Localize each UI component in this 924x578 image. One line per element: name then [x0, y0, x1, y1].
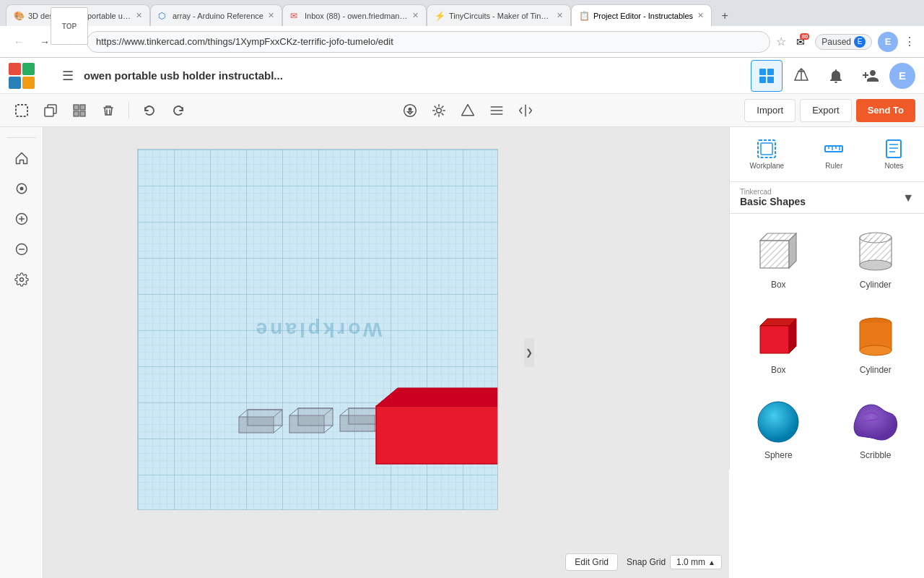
tab-favicon-2: ⬡: [158, 11, 168, 21]
notifications-button[interactable]: [820, 60, 852, 92]
edit-grid-button[interactable]: Edit Grid: [565, 553, 618, 571]
tab-title-4: TinyCircuits - Maker of Tiny,...: [449, 12, 552, 20]
logo-grid: [9, 63, 35, 89]
shape-tool-button[interactable]: [455, 98, 481, 124]
svg-rect-8: [80, 105, 85, 110]
right-panel-tools: Workplane Ruler: [730, 127, 924, 182]
zoom-in-icon: [14, 212, 29, 226]
svg-point-78: [860, 260, 892, 270]
snap-grid-area: Snap Grid 1.0 mm ▲: [627, 555, 722, 569]
new-tab-button[interactable]: +: [715, 6, 735, 26]
zoom-out-tool[interactable]: [9, 236, 35, 262]
profile-button[interactable]: E: [889, 63, 915, 89]
address-input[interactable]: [87, 31, 770, 53]
shape-label-box-gray: Box: [771, 280, 786, 290]
tab-favicon-3: ✉: [290, 11, 300, 21]
tab-3[interactable]: ✉ Inbox (88) - owen.friedman@... ✕: [282, 4, 427, 26]
comment-icon: [403, 103, 417, 118]
panel-collapse-button[interactable]: ❯: [524, 338, 534, 367]
canvas-area[interactable]: Workplane: [43, 127, 729, 578]
tab-2[interactable]: ⬡ array - Arduino Reference ✕: [150, 4, 282, 26]
box-red-svg: [749, 311, 807, 362]
group-tool-button[interactable]: [66, 98, 92, 124]
ext-icon-1[interactable]: ✉ 80: [792, 33, 809, 51]
extension-area: ✉ 80: [792, 33, 809, 51]
profile-avatar[interactable]: E: [878, 32, 898, 52]
home-view-tool[interactable]: [9, 145, 35, 171]
perspective-view-icon: [793, 67, 810, 85]
tab-4[interactable]: ⚡ TinyCircuits - Maker of Tiny,... ✕: [427, 4, 571, 26]
tab-close-5[interactable]: ✕: [697, 11, 704, 20]
svg-rect-7: [74, 105, 79, 110]
logo-cell-y: [22, 77, 35, 89]
shapes-dropdown[interactable]: Tinkercad Basic Shapes ▼: [730, 182, 924, 214]
zoom-out-icon: [14, 242, 29, 256]
hamburger-menu[interactable]: ☰: [62, 68, 74, 84]
light-tool-button[interactable]: [426, 98, 452, 124]
comment-tool-button[interactable]: [397, 98, 423, 124]
align-tool-button[interactable]: [484, 98, 510, 124]
send-to-button[interactable]: Send To: [856, 99, 915, 122]
home-icon: [14, 151, 29, 165]
tab-favicon-5: 📋: [579, 11, 589, 21]
notes-tool-button[interactable]: Notes: [876, 134, 911, 174]
tab-close-1[interactable]: ✕: [136, 11, 142, 20]
grid-lines-svg: [138, 150, 497, 509]
select-icon: [15, 104, 28, 117]
svg-marker-21: [462, 104, 474, 115]
ruler-icon: [824, 139, 844, 159]
svg-point-11: [409, 107, 412, 111]
fit-view-tool[interactable]: [9, 176, 35, 202]
shape-scribble[interactable]: Scribble: [827, 384, 925, 470]
tab-5[interactable]: 📋 Project Editor - Instructables ✕: [571, 4, 712, 26]
shape-cylinder-orange[interactable]: Cylinder: [827, 299, 925, 384]
logo-cell-r: [9, 63, 21, 75]
shape-label-cylinder-gray: Cylinder: [860, 280, 892, 290]
svg-line-19: [442, 106, 443, 108]
shape-box-red[interactable]: Box: [730, 299, 827, 384]
main-area: TOP: [0, 127, 924, 578]
shape-visual-box-gray: [749, 226, 807, 277]
browser-chrome: 🎨 3D design owen portable usb... ✕ ⬡ arr…: [0, 0, 924, 58]
back-button[interactable]: ←: [9, 32, 29, 52]
delete-tool-button[interactable]: [95, 98, 121, 124]
copy-tool-button[interactable]: [38, 98, 64, 124]
chrome-menu-button[interactable]: ⋮: [904, 35, 915, 48]
snap-chevron-icon: ▲: [708, 558, 715, 566]
select-tool-button[interactable]: [9, 98, 35, 124]
tinkercad-logo[interactable]: [9, 63, 52, 89]
perspective-view-button[interactable]: [785, 60, 817, 92]
undo-button[interactable]: [136, 98, 162, 124]
svg-point-86: [860, 345, 892, 355]
import-button[interactable]: Import: [744, 99, 796, 122]
snap-value-text: 1.0 mm: [676, 557, 705, 567]
shape-sphere-blue[interactable]: Sphere: [730, 384, 827, 470]
shape-box-gray[interactable]: Box: [730, 214, 827, 299]
canvas-bottom: Edit Grid Snap Grid 1.0 mm ▲: [565, 553, 722, 571]
tab-close-4[interactable]: ✕: [557, 11, 563, 20]
tab-close-2[interactable]: ✕: [268, 11, 274, 20]
workplane-tool-button[interactable]: Workplane: [743, 134, 792, 174]
mirror-tool-button[interactable]: [513, 98, 539, 124]
paused-button[interactable]: Paused E: [815, 34, 872, 50]
grid-view-button[interactable]: [751, 60, 783, 92]
toolbar-right: Import Export Send To: [744, 99, 915, 122]
shape-cylinder-gray[interactable]: Cylinder: [827, 214, 925, 299]
svg-line-17: [435, 106, 436, 108]
ruler-tool-label: Ruler: [825, 162, 842, 170]
snap-value-button[interactable]: 1.0 mm ▲: [670, 555, 722, 569]
svg-rect-2: [759, 77, 766, 83]
box-gray-svg: [749, 226, 807, 277]
add-user-button[interactable]: [855, 60, 886, 92]
tab-close-3[interactable]: ✕: [412, 11, 419, 20]
redo-button[interactable]: [165, 98, 191, 124]
export-button[interactable]: Export: [800, 99, 852, 122]
ruler-tool-button[interactable]: Ruler: [816, 134, 851, 174]
cylinder-orange-svg: [847, 311, 905, 362]
settings-tool[interactable]: [9, 267, 35, 293]
notifications-icon: [827, 67, 845, 85]
svg-point-33: [19, 278, 23, 282]
svg-rect-0: [759, 69, 766, 75]
zoom-in-tool[interactable]: [9, 206, 35, 232]
bookmark-button[interactable]: ☆: [776, 35, 786, 48]
